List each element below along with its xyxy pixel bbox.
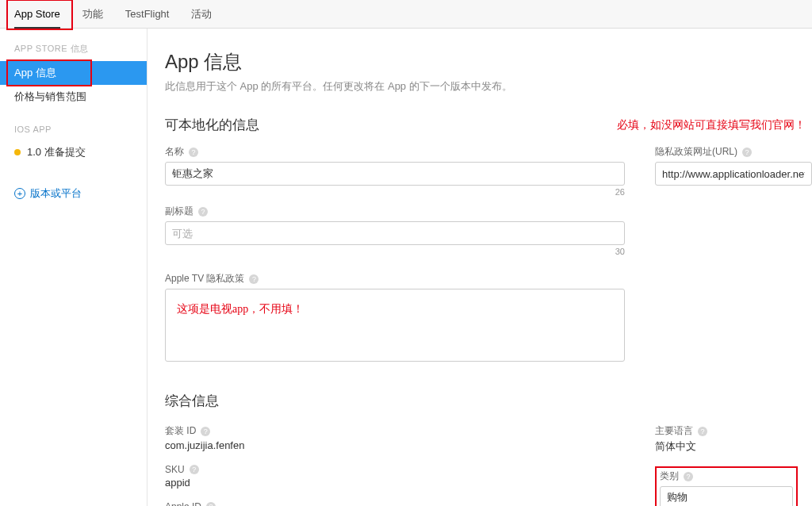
label-text: 套装 ID [165,424,196,438]
label-category: 类别 ? [660,470,793,483]
help-icon[interactable]: ? [742,148,752,157]
top-tabs: App Store 功能 TestFlight 活动 [0,0,812,29]
tab-features[interactable]: 功能 [82,0,103,29]
privacy-url-input[interactable] [655,162,812,186]
sidebar-item-pricing[interactable]: 价格与销售范围 [0,85,147,109]
name-input[interactable] [165,162,625,186]
add-version-platform-link[interactable]: + 版本或平台 [0,180,147,207]
label-text: 名称 [165,145,184,159]
label-text: 主要语言 [655,424,693,438]
annotation-tv-note: 这项是电视app，不用填！ [177,303,304,315]
tab-testflight[interactable]: TestFlight [125,0,170,29]
sidebar-section-ios: IOS APP [0,125,147,140]
annotation-required-note: 必填，如没网站可直接填写我们官网！ [617,118,812,132]
label-text: Apple TV 隐私政策 [165,272,244,286]
label-text: SKU [165,464,185,475]
tab-app-store[interactable]: App Store [14,0,60,29]
help-icon[interactable]: ? [249,274,259,284]
sidebar-item-label: App 信息 [14,66,56,80]
sidebar: APP STORE 信息 App 信息 价格与销售范围 IOS APP 1.0 … [0,29,147,506]
label-bundle-id: 套装 ID ? [165,424,625,438]
label-text: 类别 [660,470,679,483]
plus-circle-icon: + [14,188,25,199]
section-title-general: 综合信息 [165,392,812,410]
label-privacy-url: 隐私政策网址(URL) ? [655,145,812,159]
category-primary-select[interactable]: 购物 [660,486,793,506]
subtitle-char-count: 30 [165,247,625,256]
label-apple-tv-privacy: Apple TV 隐私政策 ? [165,272,625,286]
sku-value: appid [165,477,625,489]
bundle-id-value: com.juzijia.fenfen [165,439,625,451]
label-subtitle: 副标题 ? [165,205,625,218]
help-icon[interactable]: ? [189,148,198,157]
page-description: 此信息用于这个 App 的所有平台。任何更改将在 App 的下一个版本中发布。 [165,79,812,94]
sidebar-item-label: 价格与销售范围 [14,90,86,104]
section-title-localizable: 可本地化的信息 [165,116,259,134]
help-icon[interactable]: ? [190,465,199,474]
status-dot-icon [14,149,21,155]
select-value: 购物 [667,490,688,504]
sidebar-item-label: 1.0 准备提交 [27,145,86,159]
add-link-label: 版本或平台 [30,186,82,201]
page-title: App 信息 [165,49,812,75]
label-text: 副标题 [165,205,193,218]
sidebar-section-appstore: APP STORE 信息 [0,43,147,61]
sidebar-item-app-info[interactable]: App 信息 [0,61,147,85]
main-content: App 信息 此信息用于这个 App 的所有平台。任何更改将在 App 的下一个… [147,29,812,506]
help-icon[interactable]: ? [684,472,693,481]
help-icon[interactable]: ? [201,427,210,436]
name-char-count: 26 [165,187,625,197]
label-text: Apple ID [165,501,201,506]
tab-activity[interactable]: 活动 [191,0,212,29]
label-primary-language: 主要语言 ? [655,424,812,438]
label-name: 名称 ? [165,145,625,159]
annotation-box-category: 类别 ? 购物 次要（可不填） [655,466,798,506]
apple-tv-privacy-box[interactable]: 这项是电视app，不用填！ [165,289,625,362]
label-text: 隐私政策网址(URL) [655,145,737,159]
help-icon[interactable]: ? [198,207,208,217]
subtitle-input[interactable] [165,221,625,245]
label-sku: SKU ? [165,464,625,475]
sidebar-item-version[interactable]: 1.0 准备提交 [0,140,147,164]
primary-language-value: 简体中文 [655,439,812,454]
help-icon[interactable]: ? [206,502,216,506]
help-icon[interactable]: ? [698,427,707,436]
label-apple-id: Apple ID ? [165,501,625,506]
